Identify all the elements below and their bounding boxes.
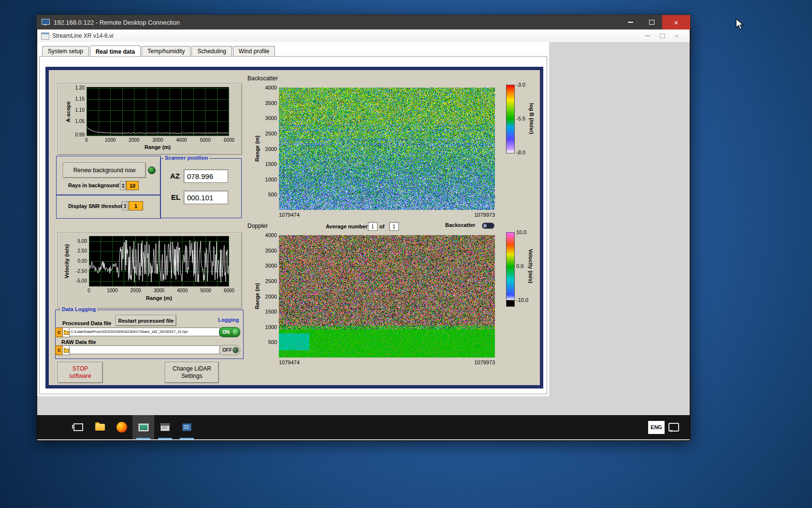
stop-software-button[interactable]: STOP software [58,362,103,383]
doppler-time-start: 1079474 [279,359,300,365]
doppler-colorbar [506,232,515,301]
scan-scheduler-icon [160,423,170,431]
tick-label: 1500 [256,309,277,314]
rdp-window: 192.168.0.122 - Remote Desktop Connectio… [36,15,691,441]
notification-chat-icon[interactable] [668,423,679,432]
tick-label: 2500 [256,278,277,284]
tick-label: 5000 [196,137,215,143]
app-titlebar[interactable]: StreamLine XR v14-6.vi × [37,30,690,43]
tick-label: 1000 [256,324,277,330]
snr-spinner[interactable] [122,201,128,210]
spin-up-icon[interactable] [124,202,127,206]
language-indicator[interactable]: ENG [648,421,665,434]
tick-label: 6000 [219,288,239,293]
tick-label: 0.0 [516,263,536,269]
tick-label: 1.05 [63,119,85,124]
task-view-button[interactable] [67,415,89,439]
tick-label: 1000 [256,177,277,182]
task-view-icon [73,423,83,431]
tick-label: -8.0 [516,149,536,155]
tick-label: 1000 [102,288,122,293]
backscatter-time-start: 1079474 [279,212,300,218]
tick-label: 2000 [256,146,277,152]
app-maximize-button[interactable] [655,30,669,41]
spin-down-icon[interactable] [124,207,127,210]
rdp-titlebar[interactable]: 192.168.0.122 - Remote Desktop Connectio… [37,15,690,30]
vi-icon [41,32,49,40]
desktop: 192.168.0.122 - Remote Desktop Connectio… [0,0,812,508]
change-lidar-label-line2: Settings [181,373,202,380]
raw-logging-toggle[interactable]: OFF [219,345,240,355]
tick-label: 3000 [148,137,168,143]
toggle-on-label: ON [222,329,230,335]
tick-label: 1500 [256,161,277,167]
tick-label: 5000 [196,288,216,293]
tick-label: 1000 [101,137,120,143]
processed-logging-toggle[interactable]: ON [219,327,240,337]
average-total-field[interactable]: 1 [389,222,399,231]
velocity-x-axis-label: Range (m) [140,295,178,301]
el-label: EL [171,193,180,201]
app-title: StreamLine XR v14-6.vi [52,32,114,39]
change-lidar-settings-button[interactable]: Change LiDAR Settings [165,362,219,383]
tick-label: 2000 [126,288,145,293]
backscatter-title: Backscatter [247,75,278,82]
scanner-position-title: Scanner position [163,155,209,161]
tab-bar: System setup Real time data Temp/humidit… [42,45,276,57]
restart-processed-file-button[interactable]: Restart processed file [116,315,176,326]
tab-wind-profile[interactable]: Wind profile [233,46,275,57]
tick-label: 1.10 [63,107,85,113]
rays-value-field[interactable]: 10 [126,181,139,190]
tab-scheduling[interactable]: Scheduling [191,46,232,57]
tick-label: 3500 [256,248,277,254]
velocity-plot [89,236,229,286]
data-logging-title: Data Logging [60,306,97,312]
tick-label: 4000 [173,288,192,293]
tick-label: 4000 [172,137,191,143]
backscatter-doppler-toggle[interactable] [482,223,494,229]
spin-down-icon[interactable] [122,186,125,190]
streamline-app-button[interactable] [132,415,154,439]
toggle-knob-icon [232,329,239,335]
renew-background-button[interactable]: Renew background now [63,163,146,178]
notes-app-icon [182,423,191,431]
snr-value-field[interactable]: 1 [129,201,143,210]
app-minimize-button[interactable] [640,30,655,41]
rdp-maximize-button[interactable] [641,15,662,30]
a-scope-x-axis-label: Range (m) [138,144,177,150]
notes-app-button[interactable] [176,415,198,439]
tab-system-setup[interactable]: System setup [42,46,89,57]
tab-real-time-data[interactable]: Real time data [90,45,141,57]
rdp-close-button[interactable]: × [662,15,690,30]
tick-label: 3500 [256,100,277,106]
raw-path-field[interactable] [69,345,220,354]
tick-label: 500 [256,192,277,197]
app-close-button[interactable]: × [669,30,684,41]
processed-data-file-label: Processed Data file [62,320,112,326]
average-number-label: Average number [326,224,367,229]
rdp-icon [42,19,50,26]
vi-panel: A-scope Range (m) Renew background now R… [45,67,543,388]
el-value: 000.101 [184,191,228,204]
file-explorer-icon [95,424,105,431]
renew-background-led [148,166,156,174]
stop-software-label-line1: STOP [72,365,88,373]
rdp-minimize-button[interactable] [620,15,641,30]
rays-spinner[interactable] [120,181,126,190]
tick-label: 0.00 [66,258,87,264]
backscatter-heatmap [279,88,495,210]
tick-label: 1.20 [63,85,85,90]
tab-temp-humidity[interactable]: Temp/humidity [142,46,190,57]
remote-desktop: StreamLine XR v14-6.vi × System setup Re… [37,30,690,440]
tick-label: 4000 [256,85,277,90]
file-explorer-button[interactable] [89,415,111,439]
processed-path-field[interactable]: C:\Lidar\Data\Proc\2023\202309\20230917\… [69,328,220,336]
taskbar: ENG [37,415,690,439]
firefox-button[interactable] [111,415,132,439]
minimize-icon [645,35,650,36]
average-current-field[interactable]: 1 [368,222,377,231]
scan-scheduler-button[interactable] [154,415,176,439]
streamline-app-icon [138,423,149,432]
backscatter-colorbar [506,85,515,153]
spin-up-icon[interactable] [122,182,125,185]
